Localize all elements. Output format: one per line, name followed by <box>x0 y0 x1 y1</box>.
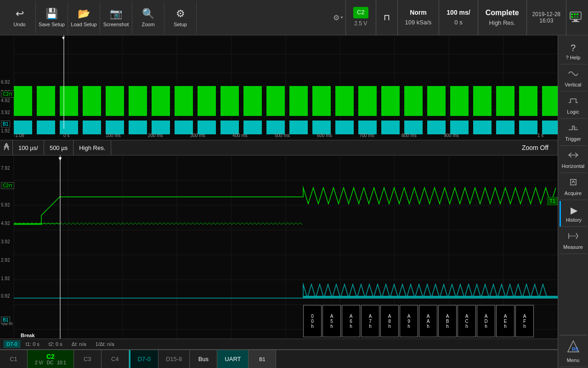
zoom-bar: 100 µs/ 500 µs High Res. Zoom Off <box>0 140 558 155</box>
decode-box-a7: A7h <box>361 305 379 337</box>
b1-button[interactable]: B1 <box>249 350 276 368</box>
decode-box-aa: AAh <box>419 305 437 337</box>
svg-rect-6 <box>571 16 573 18</box>
toolbar: ↩ Undo 💾 Save Setup 📂 Load Setup 📷 Scree… <box>0 0 588 35</box>
main-content: C2⊓ B1 6.92 5.90 4.92 3.92 2.92 1.92 -1.… <box>0 35 558 368</box>
decode-box-a8: A8h <box>380 305 399 337</box>
save-setup-button[interactable]: 💾 Save Setup <box>36 1 68 34</box>
ov-x-label-600ms: 600 ms <box>317 133 332 138</box>
mode-display: Norm <box>410 7 427 17</box>
svg-rect-2 <box>572 21 579 22</box>
trigger-arrow-top: ▼ <box>61 35 66 40</box>
svg-rect-4 <box>574 13 576 15</box>
decode-box-a9: A9h <box>400 305 418 337</box>
datetime-display: 2019-12-28 16:03 <box>526 0 566 35</box>
load-setup-button[interactable]: 📂 Load Setup <box>68 1 100 34</box>
d7-0-button[interactable]: D7-0 <box>129 350 158 368</box>
decode-box-ac: ACh <box>458 305 476 337</box>
trigger-status[interactable]: ⊓ <box>376 0 397 35</box>
status-area: ⚙▼ C2 2.5 V ⊓ Norm 109 kSa/s 100 ms/ 0 s… <box>197 0 584 35</box>
ov-x-label-100ms: 100 ms <box>106 133 121 138</box>
ov-x-label-700ms: 700 ms <box>359 133 374 138</box>
c4-button[interactable]: C4 <box>102 350 129 368</box>
sample-rate: 109 kSa/s <box>405 18 432 28</box>
decode-box-af: AFh <box>515 305 534 337</box>
zoom-up-arrow[interactable] <box>0 140 13 155</box>
channel-bar: C1 C2 2 V/ DC 10:1 C3 C4 D7-0 D15-8 Bus … <box>0 350 558 368</box>
decode-box-ae: AEh <box>496 305 514 337</box>
vertical-button[interactable]: Vertical <box>560 65 587 92</box>
horizontal-icon <box>567 150 580 162</box>
history-button[interactable]: ▶ History <box>560 201 587 227</box>
setup-button[interactable]: ⚙ Setup <box>164 1 197 34</box>
svg-line-15 <box>576 236 578 239</box>
timebase-display: 100 ms/ <box>447 7 470 17</box>
c2-button[interactable]: C2 2 V/ DC 10:1 <box>28 350 74 368</box>
settings-gear-button[interactable]: ⚙▼ <box>332 0 345 35</box>
complete-status: Complete High Res. <box>478 0 526 35</box>
ov-x-label-200ms: 200 ms <box>148 133 163 138</box>
vertical-icon <box>567 69 580 80</box>
high-res-label: High Res. <box>489 18 515 28</box>
c2-main-label: C2 <box>46 353 55 360</box>
detail-panel[interactable]: C2⊓ B1 7.92 6.92 5.92 4.92 3.92 2.92 1.9… <box>0 155 558 368</box>
decode-box-a6: A6h <box>342 305 360 337</box>
channel-status[interactable]: C2 2.5 V <box>345 0 376 35</box>
trigger-button[interactable]: Trigger <box>560 120 587 146</box>
help-button[interactable]: ? ? Help <box>560 39 587 64</box>
bus-button[interactable]: Bus <box>190 350 217 368</box>
menu-icon: RS <box>566 339 581 356</box>
ov-x-label-900ms: 900 ms <box>444 133 459 138</box>
ch-t1-label: T1 <box>547 197 558 205</box>
horizontal-button[interactable]: Horizontal <box>560 147 587 173</box>
undo-button[interactable]: ↩ Undo <box>4 1 36 34</box>
zoom-button[interactable]: 🔍 Zoom <box>132 1 164 34</box>
det-y-492: 4.92 <box>1 221 10 226</box>
measure-button[interactable]: Measure <box>560 228 587 254</box>
logic-button[interactable]: Logic <box>560 92 587 119</box>
inv-delta-t-display: 1/Δt: n/a <box>96 341 114 347</box>
mode-status[interactable]: Norm 109 kSa/s <box>397 0 439 35</box>
ov-x-label-0s: 0 s <box>63 133 69 138</box>
save-setup-icon: 💾 <box>45 8 58 20</box>
t2-display: t2: 0 s <box>49 341 62 347</box>
undo-icon: ↩ <box>16 8 24 20</box>
decode-box-0: 00h <box>303 305 322 337</box>
delta-t-display: Δt: n/a <box>72 341 86 347</box>
zoom-window[interactable]: 500 µs <box>44 140 74 155</box>
c3-button[interactable]: C3 <box>74 350 102 368</box>
trigger-cursor-detail <box>60 155 61 354</box>
d15-8-button[interactable]: D15-8 <box>158 350 190 368</box>
ov-y-label-492: 4.92 <box>1 98 10 103</box>
svg-rect-7 <box>574 16 576 18</box>
overview-panel[interactable]: C2⊓ B1 6.92 5.90 4.92 3.92 2.92 1.92 -1.… <box>0 35 558 140</box>
right-sidebar: ? ? Help Vertical Logic Trigger <box>558 35 588 368</box>
c1-button[interactable]: C1 <box>0 350 28 368</box>
detail-b1-label: B1 <box>1 316 10 323</box>
uart-button[interactable]: UART <box>217 350 249 368</box>
c2-sub-labels: 2 V/ DC 10:1 <box>35 360 66 365</box>
acquire-icon <box>567 178 580 189</box>
svg-rect-5 <box>577 13 578 15</box>
acquire-button[interactable]: Acquire <box>560 174 587 200</box>
ov-x-label-1s: 1 s <box>537 133 543 138</box>
ov-y-label-692: 6.92 <box>1 80 10 85</box>
break-label: Break <box>21 333 35 338</box>
det-y-792: 7.92 <box>1 166 10 171</box>
bottom-status-bar: D7-0 t1: 0 s t2: 0 s Δt: n/a 1/Δt: n/a <box>0 339 558 350</box>
zoom-time-div[interactable]: 100 µs/ <box>13 140 44 155</box>
c2-badge: C2 <box>353 7 368 18</box>
d7-0-badge: D7-0 <box>4 340 20 348</box>
timebase-status[interactable]: 100 ms/ 0 s <box>439 0 477 35</box>
menu-button[interactable]: RS Menu <box>560 335 587 367</box>
svg-text:RS: RS <box>572 347 578 352</box>
svg-rect-0 <box>570 12 581 19</box>
trigger-icon <box>567 123 580 135</box>
ov-x-label-start: -1.08 <box>14 133 24 138</box>
load-setup-icon: 📂 <box>78 8 90 20</box>
screenshot-icon: 📷 <box>110 8 122 20</box>
det-y-292: 2.92 <box>1 258 10 263</box>
screenshot-button[interactable]: 📷 Screenshot <box>100 1 132 34</box>
det-y-092: 0.92 <box>1 293 10 299</box>
zoom-mode[interactable]: High Res. <box>74 140 111 155</box>
